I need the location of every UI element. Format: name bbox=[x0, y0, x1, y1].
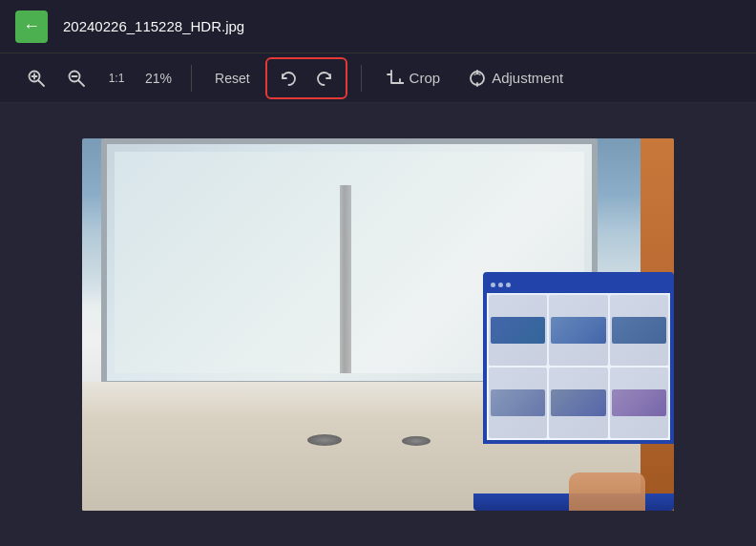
adjustment-label: Adjustment bbox=[492, 70, 563, 86]
adjustment-icon bbox=[469, 70, 486, 87]
photo-background bbox=[82, 138, 674, 511]
screen-item-1 bbox=[489, 295, 547, 366]
hands bbox=[569, 472, 645, 511]
back-arrow-icon: ← bbox=[23, 16, 40, 36]
back-button[interactable]: ← bbox=[15, 10, 48, 43]
zoom-in-icon bbox=[27, 69, 46, 88]
svg-line-5 bbox=[79, 80, 85, 86]
svg-line-1 bbox=[39, 80, 45, 86]
zoom-percent: 21% bbox=[139, 71, 178, 86]
screen-dot-3 bbox=[506, 283, 511, 287]
divider-1 bbox=[191, 65, 192, 92]
screen-item-2 bbox=[549, 295, 607, 366]
undo-icon bbox=[280, 70, 297, 87]
adjustment-button[interactable]: Adjustment bbox=[457, 64, 575, 93]
crop-button[interactable]: Crop bbox=[375, 64, 452, 93]
photo-view bbox=[82, 138, 674, 511]
screen-item-3 bbox=[610, 295, 668, 366]
crop-icon bbox=[387, 70, 404, 87]
screen-item-6 bbox=[610, 368, 668, 438]
reset-button[interactable]: Reset bbox=[205, 65, 260, 92]
title-bar: ← 20240226_115228_HDR.jpg bbox=[0, 0, 756, 53]
zoom-out-icon bbox=[67, 69, 86, 88]
desk-object-2 bbox=[402, 436, 430, 446]
main-canvas bbox=[0, 103, 756, 546]
screen-item-4 bbox=[489, 368, 547, 438]
screen-dot-1 bbox=[491, 283, 495, 287]
toolbar: 1:1 21% Reset Crop bbox=[0, 53, 756, 103]
divider-2 bbox=[361, 65, 362, 92]
laptop-screen bbox=[483, 272, 674, 444]
screen-body bbox=[487, 293, 670, 440]
zoom-fit-button[interactable]: 1:1 bbox=[99, 61, 134, 95]
file-title: 20240226_115228_HDR.jpg bbox=[63, 18, 244, 34]
zoom-in-button[interactable] bbox=[19, 61, 53, 95]
crop-label: Crop bbox=[410, 70, 441, 86]
redo-icon bbox=[316, 70, 333, 87]
laptop-screen-content bbox=[487, 276, 670, 440]
laptop bbox=[464, 272, 674, 511]
screen-dot-2 bbox=[498, 283, 503, 287]
undo-button[interactable] bbox=[271, 61, 305, 95]
screen-topbar bbox=[487, 276, 670, 293]
screen-item-5 bbox=[549, 368, 607, 438]
desk-object-1 bbox=[307, 434, 342, 446]
undo-redo-group bbox=[265, 57, 347, 99]
pole-shadow bbox=[340, 185, 351, 373]
redo-button[interactable] bbox=[307, 61, 342, 95]
zoom-fit-label: 1:1 bbox=[109, 72, 125, 85]
zoom-out-button[interactable] bbox=[59, 61, 94, 95]
